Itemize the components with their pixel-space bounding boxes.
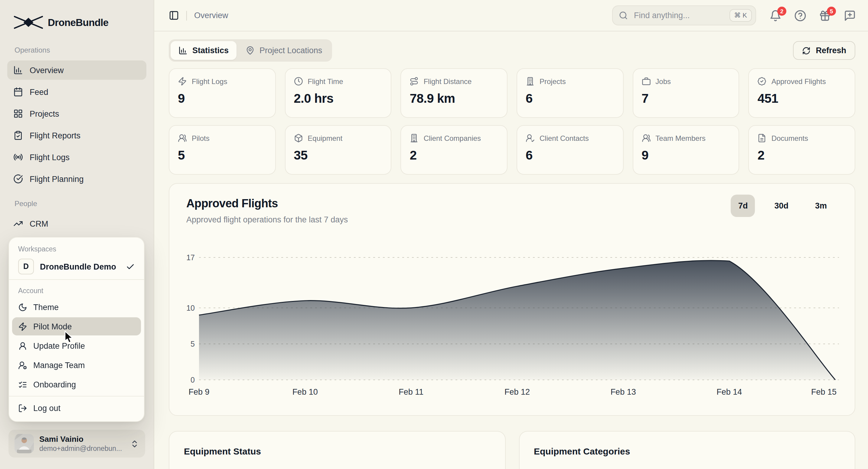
chart-range-group: 7d 30d 3m: [731, 195, 834, 217]
topbar-divider: [186, 10, 187, 20]
stat-label: Team Members: [655, 134, 705, 142]
equipment-categories-card: Equipment Categories: [519, 431, 855, 469]
building-icon: [410, 134, 419, 143]
stat-value: 78.9 km: [410, 91, 498, 106]
toolbar-row: Statistics Project Locations Refresh: [169, 39, 855, 62]
stat-label: Documents: [772, 134, 808, 142]
menu-item-theme[interactable]: Theme: [12, 298, 141, 316]
notifications-badge: 2: [777, 6, 786, 15]
range-button-30d[interactable]: 30d: [767, 195, 796, 217]
help-circle-icon: [794, 9, 806, 22]
stat-card-jobs: Jobs 7: [632, 68, 739, 118]
search-shortcut-kbd: ⌘ K: [729, 9, 752, 22]
view-tabs: Statistics Project Locations: [169, 39, 332, 62]
card-title: Equipment Status: [184, 446, 490, 456]
menu-item-update-profile[interactable]: Update Profile: [12, 337, 141, 355]
sidebar-item-label: Projects: [30, 109, 59, 118]
stat-card-flight-time: Flight Time 2.0 hrs: [285, 68, 391, 118]
account-label: Account: [12, 282, 141, 298]
sidebar-item-label: Flight Logs: [30, 153, 69, 162]
topbar: Overview ⌘ K 2 5: [154, 0, 868, 31]
search-input-wrapper[interactable]: ⌘ K: [612, 5, 756, 25]
sidebar-item-crm[interactable]: CRM: [7, 214, 146, 233]
feedback-button[interactable]: [844, 9, 856, 22]
bar-chart-icon: [179, 46, 187, 55]
svg-text:Feb 14: Feb 14: [716, 388, 742, 397]
drone-logo-icon: [13, 15, 43, 30]
menu-item-onboarding[interactable]: Onboarding: [12, 375, 141, 394]
menu-item-pilot-mode[interactable]: Pilot Mode: [12, 317, 141, 335]
clipboard-check-icon: [13, 131, 23, 140]
whats-new-button[interactable]: 5: [819, 9, 831, 22]
notifications-button[interactable]: 2: [769, 9, 781, 22]
approved-flights-chart-card: Approved Flights Approved flight operati…: [169, 183, 855, 416]
menu-item-label: Theme: [33, 302, 59, 311]
users-icon: [178, 134, 187, 143]
refresh-button[interactable]: Refresh: [793, 41, 855, 60]
sidebar-section-people: People: [7, 199, 146, 208]
workspaces-label: Workspaces: [12, 240, 141, 256]
menu-item-log-out[interactable]: Log out: [12, 399, 141, 417]
stat-label: Flight Time: [308, 77, 343, 86]
sidebar-section-operations: Operations: [7, 46, 146, 55]
sidebar-item-flight-logs[interactable]: Flight Logs: [7, 147, 146, 167]
zap-icon: [178, 77, 187, 86]
sidebar-item-overview[interactable]: Overview: [7, 61, 146, 80]
building-icon: [526, 77, 535, 86]
sidebar-item-flight-reports[interactable]: Flight Reports: [7, 126, 146, 145]
menu-item-manage-team[interactable]: Manage Team: [12, 356, 141, 374]
stats-grid: Flight Logs 9 Flight Time 2.0 hrs Flight…: [169, 68, 855, 175]
svg-text:Feb 9: Feb 9: [188, 388, 209, 397]
svg-text:17: 17: [186, 253, 195, 262]
stat-card-client-companies: Client Companies 2: [401, 125, 507, 175]
tab-project-locations[interactable]: Project Locations: [238, 41, 330, 60]
bar-chart-icon: [13, 65, 23, 75]
tab-statistics[interactable]: Statistics: [170, 41, 237, 60]
badge-check-icon: [757, 77, 767, 86]
avatar: [14, 434, 34, 453]
message-square-plus-icon: [844, 9, 856, 22]
brand-logo: DroneBundle: [7, 0, 146, 30]
tab-label: Statistics: [192, 46, 229, 55]
user-check-icon: [526, 134, 535, 143]
stat-card-approved-flights: Approved Flights 451: [748, 68, 855, 118]
range-button-7d[interactable]: 7d: [731, 195, 755, 217]
check-icon: [126, 262, 135, 271]
main-area: Overview ⌘ K 2 5: [154, 0, 868, 469]
stat-value: 9: [642, 148, 730, 163]
stat-value: 35: [294, 148, 382, 163]
menu-item-label: Onboarding: [33, 380, 76, 389]
refresh-label: Refresh: [816, 46, 846, 55]
range-button-3m[interactable]: 3m: [808, 195, 834, 217]
moon-icon: [18, 302, 27, 311]
stat-label: Client Companies: [424, 134, 481, 142]
circle-check-icon: [13, 174, 23, 184]
help-button[interactable]: [794, 9, 806, 22]
user-name: Sami Vainio: [39, 434, 125, 444]
route-icon: [410, 77, 419, 86]
svg-text:Feb 12: Feb 12: [504, 388, 530, 397]
chevrons-up-down-icon: [130, 439, 139, 448]
svg-text:Feb 13: Feb 13: [611, 388, 636, 397]
breadcrumb: Overview: [194, 11, 228, 20]
user-email: demo+admin@dronebun...: [39, 444, 125, 453]
page-content: Statistics Project Locations Refresh Fli…: [154, 31, 868, 469]
stat-label: Pilots: [192, 134, 210, 142]
list-checks-icon: [18, 380, 27, 389]
sidebar-item-feed[interactable]: Feed: [7, 82, 146, 102]
layout-grid-icon: [13, 109, 23, 119]
stat-card-flight-distance: Flight Distance 78.9 km: [401, 68, 507, 118]
stat-card-projects: Projects 6: [517, 68, 623, 118]
stat-value: 9: [178, 91, 267, 106]
sidebar-item-label: Flight Planning: [30, 174, 84, 183]
search-input[interactable]: [633, 10, 724, 21]
menu-item-label: Update Profile: [33, 341, 85, 350]
sidebar-item-label: CRM: [30, 219, 49, 228]
svg-text:Feb 10: Feb 10: [292, 388, 318, 397]
workspace-item-dronebundle-demo[interactable]: D DroneBundle Demo: [12, 256, 141, 277]
menu-divider: [9, 396, 144, 397]
sidebar-item-flight-planning[interactable]: Flight Planning: [7, 169, 146, 189]
panel-left-toggle-icon[interactable]: [169, 10, 179, 21]
sidebar-item-projects[interactable]: Projects: [7, 104, 146, 123]
user-account-card[interactable]: Sami Vainio demo+admin@dronebun...: [8, 430, 145, 458]
